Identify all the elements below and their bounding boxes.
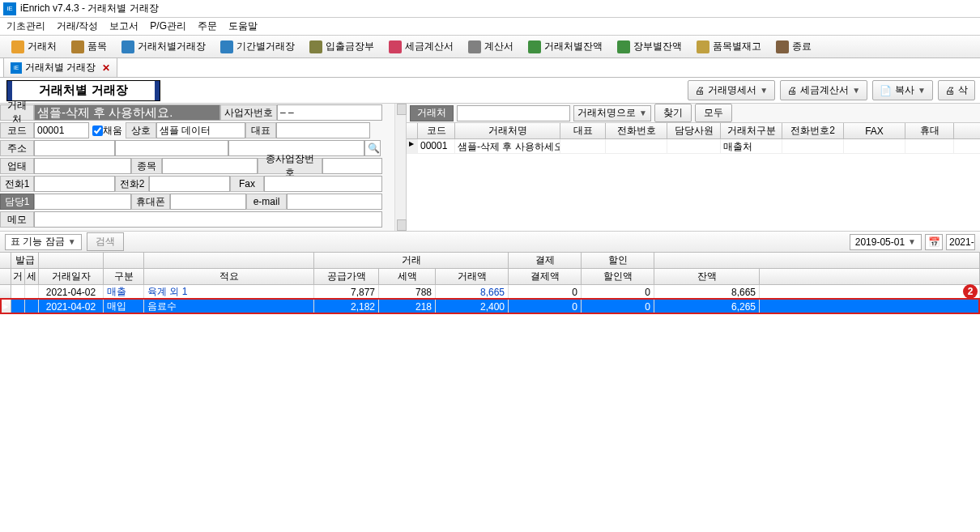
gh-daepyo[interactable]: 대표 (560, 123, 606, 138)
chevron-down-icon: ▼ (760, 86, 768, 95)
lh2-gubun[interactable]: 구분 (104, 269, 144, 284)
tb-vendor[interactable]: 거래처 (6, 38, 62, 55)
juso-field2[interactable] (115, 140, 228, 156)
vendor-grid-row[interactable]: ▶ 00001 샘플-삭제 후 사용하세오 매출처 (407, 139, 980, 154)
juso-field1[interactable] (34, 140, 115, 156)
tel1-field[interactable] (34, 176, 115, 192)
search-mode-select[interactable]: 거래처명으로▼ (573, 105, 651, 121)
email-field[interactable] (287, 194, 382, 210)
code-field[interactable]: 00001 (34, 122, 89, 138)
tb-vendor-ledger[interactable]: 거래처별거래장 (117, 38, 211, 55)
gh-mobile[interactable]: 휴대 (905, 123, 954, 138)
lh2-tax[interactable]: 세액 (379, 269, 436, 284)
btn-find[interactable]: 찾기 (654, 104, 692, 122)
lh-georae[interactable]: 거래 (314, 253, 509, 268)
tb-period-ledger[interactable]: 기간별거래장 (215, 38, 300, 55)
eoptae-field[interactable] (34, 158, 131, 174)
print-icon: 🖨 (945, 85, 955, 96)
tb-item-stock[interactable]: 품목별재고 (692, 38, 766, 55)
tab-vendor-ledger[interactable]: iE 거래처별 거래장 ✕ (3, 57, 117, 77)
chk-chaeum[interactable]: 채움 (89, 124, 126, 138)
jongmok-field[interactable] (162, 158, 258, 174)
btn-all[interactable]: 모두 (695, 104, 732, 122)
ledger-grid: 발급 거래 결제 할인 거 세 거래일자 구분 적요 공급가액 세액 거래액 결… (0, 253, 980, 314)
gh-code[interactable]: 코드 (418, 123, 455, 138)
btn-transaction-detail[interactable]: 🖨거래명세서▼ (688, 80, 775, 100)
tb-exit[interactable]: 종료 (771, 38, 816, 55)
gh-tel[interactable]: 전화번호 (606, 123, 667, 138)
tb-invoice[interactable]: 계산서 (463, 38, 518, 55)
lh2-geo[interactable]: 거 (11, 269, 25, 284)
memo-field[interactable] (34, 211, 382, 228)
gh-fax[interactable]: FAX (844, 123, 905, 138)
date-to-field[interactable]: 2021- (946, 234, 975, 250)
menu-report[interactable]: 보고서 (109, 19, 138, 33)
label-damdang: 담당1 (0, 194, 34, 210)
invoice-icon (468, 40, 481, 53)
lh2-balance[interactable]: 잔액 (654, 269, 760, 284)
label-tel2: 전화2 (115, 176, 149, 192)
tel2-field[interactable] (149, 176, 230, 192)
scrollbar-vertical[interactable] (394, 104, 406, 231)
menu-basic[interactable]: 기초관리 (6, 19, 45, 33)
lh-gyeolje[interactable]: 결제 (509, 253, 582, 268)
copy-icon: 📄 (880, 85, 892, 96)
hp-field[interactable] (170, 194, 246, 210)
btn-vendor[interactable]: 거래처 (410, 105, 454, 121)
damdang-field[interactable] (34, 194, 131, 210)
close-icon[interactable]: ✕ (102, 62, 110, 74)
menu-transaction[interactable]: 거래/작성 (57, 19, 98, 33)
gh-handle[interactable] (407, 123, 418, 138)
gh-staff[interactable]: 담당사원 (667, 123, 721, 138)
jongbz-field[interactable] (322, 158, 382, 174)
fax-field[interactable] (264, 176, 382, 192)
lh2-discount[interactable]: 할인액 (582, 269, 654, 284)
gh-name[interactable]: 거래처명 (455, 123, 560, 138)
label-code: 코드 (0, 122, 34, 138)
lh-harin[interactable]: 할인 (582, 253, 654, 268)
juso-lookup-button[interactable]: 🔍 (364, 140, 381, 156)
ledger-row-selected[interactable]: ▶ 2021-04-02 매입 음료수 2,182 218 2,400 0 0 … (0, 300, 980, 314)
lh2-supply[interactable]: 공급가액 (314, 269, 379, 284)
row-handle[interactable] (0, 285, 11, 299)
chevron-down-icon: ▼ (908, 237, 916, 246)
menu-order[interactable]: 주문 (198, 19, 217, 33)
lh2-jeokyo[interactable]: 적요 (144, 269, 314, 284)
label-tel1: 전화1 (0, 176, 34, 192)
label-hp: 휴대폰 (131, 194, 170, 210)
vendor-name-field[interactable]: 샘플-삭제 후 사용하세요. (34, 104, 220, 121)
lh2-date[interactable]: 거래일자 (39, 269, 104, 284)
btn-tax-invoice[interactable]: 🖨세금계산서▼ (780, 80, 867, 100)
search-input[interactable] (457, 105, 570, 121)
chevron-down-icon: ▼ (852, 86, 860, 95)
sangho-field[interactable]: 샘플 데이터 (156, 122, 245, 138)
window-title: iEnrich v7.4.3 - 거래처별 거래장 (20, 2, 159, 15)
btn-copy[interactable]: 📄복사▼ (872, 80, 933, 100)
lh2-amount[interactable]: 거래액 (436, 269, 509, 284)
gh-tel2[interactable]: 전화번호2 (782, 123, 844, 138)
tb-item[interactable]: 품목 (66, 38, 112, 55)
gh-gubun[interactable]: 거래처구분 (721, 123, 782, 138)
lh2-handle[interactable] (0, 269, 11, 284)
row-handle[interactable]: ▶ (0, 300, 11, 313)
btn-search[interactable]: 검색 (87, 232, 124, 251)
lh2-pay[interactable]: 결제액 (509, 269, 582, 284)
btn-delete[interactable]: 🖨삭 (938, 80, 975, 100)
label-jongmok: 종목 (131, 158, 162, 174)
tb-cashbook[interactable]: 입출금장부 (305, 38, 379, 55)
tb-tax-invoice[interactable]: 세금계산서 (384, 38, 458, 55)
menu-pg[interactable]: P/G관리 (150, 19, 186, 33)
lock-select[interactable]: 표 기능 잠금▼ (5, 234, 82, 250)
bizno-field[interactable]: – – (277, 104, 382, 121)
lh-balgeup[interactable]: 발급 (11, 253, 39, 268)
ledger-row[interactable]: 2021-04-02 매출 육계 외 1 7,877 788 8,665 0 0… (0, 285, 980, 300)
book-balance-icon (617, 40, 630, 53)
date-from-select[interactable]: 2019-05-01▼ (850, 234, 922, 250)
label-juso: 주소 (0, 140, 34, 156)
menu-help[interactable]: 도움말 (228, 19, 258, 33)
tb-vendor-balance[interactable]: 거래처별잔액 (523, 38, 607, 55)
calendar-button[interactable]: 📅 (925, 234, 943, 250)
lh2-se[interactable]: 세 (25, 269, 39, 284)
tb-book-balance[interactable]: 장부별잔액 (612, 38, 687, 55)
daepyo-field[interactable] (276, 122, 370, 138)
